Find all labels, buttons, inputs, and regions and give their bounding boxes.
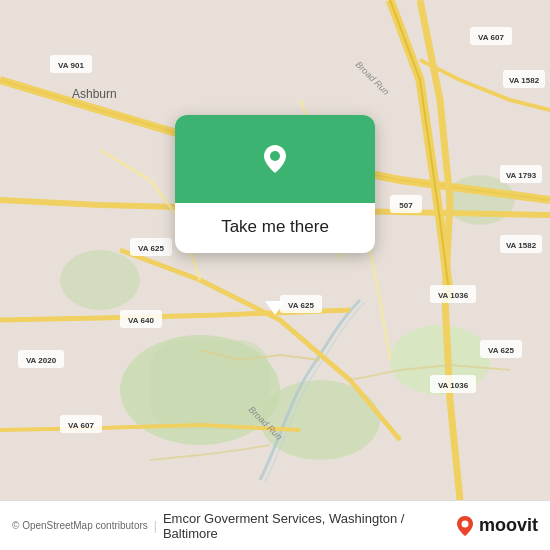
svg-text:VA 625: VA 625 — [488, 346, 514, 355]
svg-text:Ashburn: Ashburn — [72, 87, 117, 101]
svg-text:507: 507 — [399, 201, 413, 210]
svg-text:VA 901: VA 901 — [58, 61, 84, 70]
svg-point-40 — [461, 520, 468, 527]
location-name: Emcor Goverment Services, Washington / B… — [163, 511, 449, 541]
moovit-pin-icon — [455, 515, 475, 537]
location-popup[interactable]: Take me there — [175, 115, 375, 253]
svg-text:VA 1036: VA 1036 — [438, 381, 469, 390]
svg-text:VA 640: VA 640 — [128, 316, 154, 325]
bottom-bar: © OpenStreetMap contributors | Emcor Gov… — [0, 500, 550, 550]
popup-icon-background — [175, 115, 375, 203]
map-area: VA 901 VA 607 VA 1582 VA 1793 VA 1582 50… — [0, 0, 550, 500]
svg-text:VA 625: VA 625 — [288, 301, 314, 310]
svg-text:VA 1036: VA 1036 — [438, 291, 469, 300]
svg-point-39 — [270, 151, 280, 161]
moovit-logo: moovit — [455, 515, 538, 537]
svg-text:VA 1582: VA 1582 — [509, 76, 540, 85]
svg-text:VA 1793: VA 1793 — [506, 171, 537, 180]
svg-text:VA 607: VA 607 — [68, 421, 94, 430]
separator: | — [154, 519, 157, 533]
svg-text:VA 1582: VA 1582 — [506, 241, 537, 250]
svg-point-4 — [60, 250, 140, 310]
svg-text:VA 607: VA 607 — [478, 33, 504, 42]
location-pin-icon — [253, 137, 297, 181]
copyright-text: © OpenStreetMap contributors — [12, 520, 148, 531]
take-me-there-button[interactable]: Take me there — [205, 203, 345, 253]
svg-text:VA 625: VA 625 — [138, 244, 164, 253]
moovit-wordmark: moovit — [479, 515, 538, 536]
svg-text:VA 2020: VA 2020 — [26, 356, 57, 365]
